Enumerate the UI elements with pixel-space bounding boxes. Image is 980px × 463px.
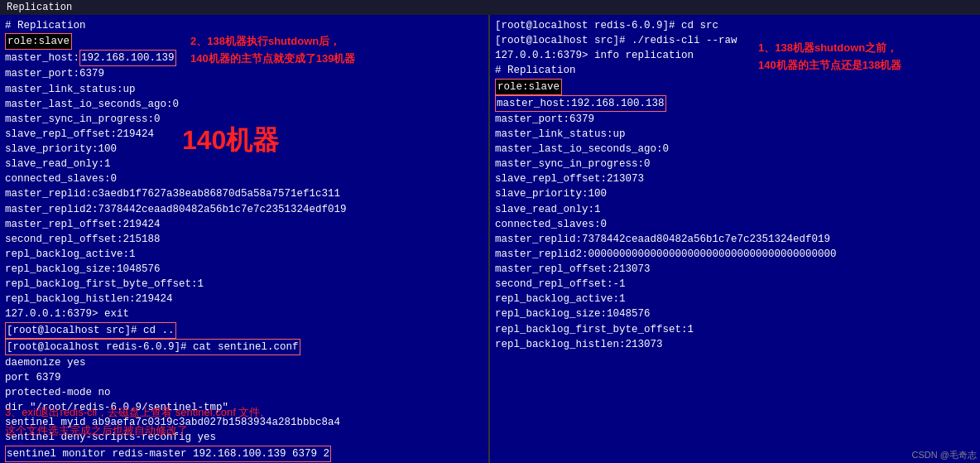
terminal-line: sentinel monitor redis-master 192.168.10… (5, 446, 483, 462)
terminal-line: repl_backlog_size:1048576 (495, 306, 975, 321)
sentinel-monitor-highlight: sentinel monitor redis-master 192.168.10… (5, 446, 331, 462)
terminal-line: repl_backlog_histlen:213073 (495, 337, 975, 352)
role-highlight: role:slave (5, 33, 72, 50)
terminal-line: master_repl_offset:219424 (5, 217, 483, 232)
left-terminal: # Replication role:slave master_host:192… (5, 18, 483, 463)
terminal-line: 127.0.0.1:6379> exit (5, 306, 483, 321)
terminal-line: master_port:6379 (495, 112, 975, 127)
right-panel: 1、138机器shutdown之前，140机器的主节点还是138机器 [root… (488, 15, 980, 463)
terminal-line: master_host:192.168.100.138 (495, 95, 975, 112)
main-content: 2、138机器执行shutdown后，140机器的主节点就变成了139机器 14… (0, 15, 980, 463)
terminal-line: repl_backlog_size:1048576 (5, 262, 483, 277)
terminal-line: master_replid:c3aedb1f7627a38eab86870d5a… (5, 186, 483, 201)
bottom-annotation: 3、exit退出redis-cli，去磁盘上查看 sentinel.conf 文… (5, 403, 263, 440)
terminal-line: repl_backlog_active:1 (5, 247, 483, 262)
terminal-line: master_last_io_seconds_ago:0 (5, 97, 483, 112)
terminal-line: daemonize yes (5, 355, 483, 370)
terminal-line: slave_read_only:1 (495, 202, 975, 217)
cd-cmd-highlight: [root@localhost src]# cd .. (5, 322, 176, 339)
master-host-highlight: 192.168.100.139 (79, 50, 176, 66)
title-bar: Replication (0, 0, 980, 15)
terminal-line: port 6379 (5, 370, 483, 385)
terminal-line: connected_slaves:0 (495, 217, 975, 232)
cat-cmd-highlight: [root@localhost redis-6.0.9]# cat sentin… (5, 339, 300, 355)
right-annotation-1: 1、138机器shutdown之前，140机器的主节点还是138机器 (758, 40, 973, 75)
title-text: Replication (7, 2, 72, 13)
terminal-line: second_repl_offset:215188 (5, 232, 483, 247)
terminal-line: role:slave (495, 79, 975, 95)
terminal-line: [root@localhost redis-6.0.9]# cd src (495, 18, 975, 33)
left-big-label: 140机器 (182, 123, 279, 159)
terminal-line: master_link_status:up (5, 82, 483, 97)
watermark: CSDN @毛奇志 (912, 449, 977, 461)
terminal-line: master_replid2:0000000000000000000000000… (495, 247, 975, 262)
terminal-line: connected_slaves:0 (5, 171, 483, 186)
terminal-line: master_last_io_seconds_ago:0 (495, 142, 975, 157)
terminal-line: protected-mode no (5, 385, 483, 400)
terminal-line: master_repl_offset:213073 (495, 262, 975, 277)
terminal-line: [root@localhost src]# cd .. (5, 322, 483, 339)
terminal-line: master_replid:7378442ceaad80482a56b1c7e7… (495, 232, 975, 247)
role-right-highlight: role:slave (495, 79, 562, 95)
terminal-line: [root@localhost redis-6.0.9]# cat sentin… (5, 339, 483, 355)
terminal-line: slave_priority:100 (495, 186, 975, 201)
terminal-line: slave_repl_offset:213073 (495, 171, 975, 186)
terminal-line: second_repl_offset:-1 (495, 277, 975, 292)
terminal-line: master_replid2:7378442ceaad80482a56b1c7e… (5, 202, 483, 217)
terminal-line: master_link_status:up (495, 127, 975, 142)
left-panel: 2、138机器执行shutdown后，140机器的主节点就变成了139机器 14… (0, 15, 488, 463)
terminal-line: # Replication (5, 18, 483, 33)
terminal-line: master_sync_in_progress:0 (495, 157, 975, 171)
left-annotation-1: 2、138机器执行shutdown后，140机器的主节点就变成了139机器 (190, 33, 355, 68)
terminal-line: repl_backlog_active:1 (495, 292, 975, 306)
terminal-line: master_port:6379 (5, 66, 483, 81)
terminal-line: repl_backlog_histlen:219424 (5, 292, 483, 306)
terminal-line: repl_backlog_first_byte_offset:1 (5, 277, 483, 292)
terminal-line: repl_backlog_first_byte_offset:1 (495, 322, 975, 337)
master-host-right-highlight: master_host:192.168.100.138 (495, 95, 666, 112)
